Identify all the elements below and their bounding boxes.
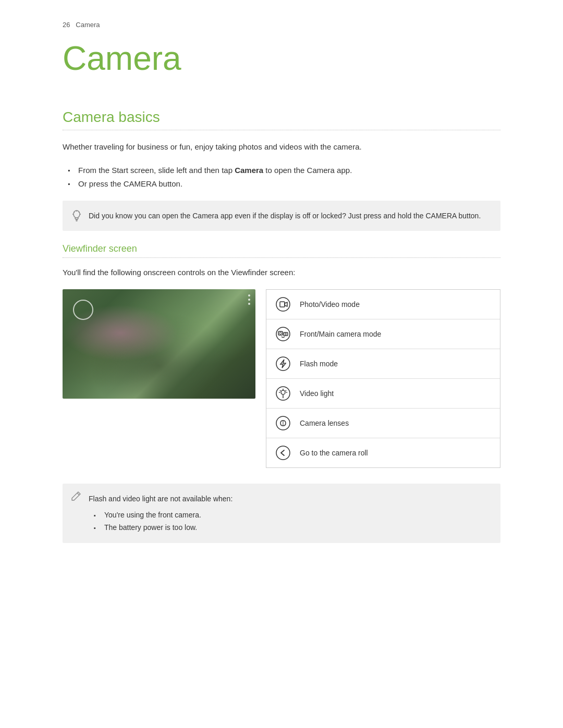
tip-text: Did you know you can open the Camera app… [89, 212, 481, 220]
bullet-text-2: Or press the CAMERA button. [78, 179, 182, 188]
camera-lenses-icon [274, 414, 292, 433]
bullet-list: From the Start screen, slide left and th… [63, 164, 500, 190]
svg-point-13 [279, 332, 282, 335]
control-row-photo-video: Photo/Video mode [266, 290, 500, 319]
bullet-text-1: From the Start screen, slide left and th… [78, 166, 352, 175]
viewfinder-intro: You'll find the following onscreen contr… [63, 266, 500, 279]
svg-point-16 [276, 357, 290, 371]
front-main-label: Front/Main camera mode [300, 330, 381, 338]
svg-line-29 [77, 493, 79, 495]
dot-3 [248, 303, 250, 305]
control-row-camera-lenses: Camera lenses [266, 409, 500, 438]
note-box: Flash and video light are not available … [63, 484, 500, 543]
section-title: Camera basics [63, 109, 500, 130]
note-icon [71, 491, 81, 508]
camera-roll-icon [274, 443, 292, 462]
camera-basics-section: Camera basics Whether traveling for busi… [63, 109, 500, 543]
note-bullet-2: The battery power is too low. [94, 522, 490, 534]
dot-1 [248, 294, 250, 297]
photo-video-mode-icon [274, 295, 292, 314]
control-row-front-main: Front/Main camera mode [266, 319, 500, 349]
viewfinder-dots [248, 294, 250, 305]
front-main-camera-icon [274, 325, 292, 343]
svg-line-7 [79, 212, 80, 213]
svg-line-23 [286, 390, 287, 391]
bold-camera: Camera [235, 166, 263, 175]
flash-mode-label: Flash mode [300, 360, 338, 368]
svg-point-28 [276, 446, 290, 460]
svg-point-0 [74, 211, 80, 218]
viewfinder-section: Viewfinder screen You'll find the follow… [63, 243, 500, 468]
svg-marker-17 [280, 360, 286, 368]
bullet-item-1: From the Start screen, slide left and th… [68, 164, 500, 177]
control-row-flash: Flash mode [266, 349, 500, 379]
tip-box: Did you know you can open the Camera app… [63, 201, 500, 231]
flash-mode-icon [274, 354, 292, 373]
svg-point-19 [281, 390, 285, 394]
note-content: Flash and video light are not available … [89, 493, 490, 534]
viewfinder-subtitle: Viewfinder screen [63, 243, 500, 258]
main-title: Camera [63, 39, 500, 78]
tip-icon [71, 209, 82, 227]
svg-marker-10 [285, 302, 287, 306]
note-title: Flash and video light are not available … [89, 495, 232, 503]
video-light-icon [274, 384, 292, 403]
dot-2 [248, 299, 250, 301]
viewfinder-layout: Photo/Video mode Front/Main camer [63, 289, 500, 468]
page-header: 26 Camera [63, 21, 500, 29]
header-section: Camera [76, 21, 100, 29]
camera-roll-label: Go to the camera roll [300, 449, 368, 457]
svg-line-6 [74, 212, 75, 213]
svg-point-18 [276, 387, 290, 400]
bullet-item-2: Or press the CAMERA button. [68, 177, 500, 191]
svg-point-15 [285, 334, 287, 335]
note-bullet-list: You're using the front camera. The batte… [89, 509, 490, 534]
control-row-video-light: Video light [266, 379, 500, 409]
video-light-label: Video light [300, 389, 334, 398]
note-bullet-1: You're using the front camera. [94, 509, 490, 522]
page-number: 26 [63, 21, 70, 29]
svg-rect-14 [284, 332, 288, 336]
svg-rect-9 [280, 302, 285, 307]
camera-lenses-label: Camera lenses [300, 419, 349, 427]
svg-line-22 [280, 390, 281, 391]
control-row-camera-roll: Go to the camera roll [266, 438, 500, 467]
viewfinder-image [63, 289, 255, 399]
svg-point-8 [276, 298, 290, 311]
intro-text: Whether traveling for business or fun, e… [63, 141, 500, 153]
photo-video-label: Photo/Video mode [300, 300, 360, 309]
controls-table: Photo/Video mode Front/Main camer [266, 289, 500, 468]
